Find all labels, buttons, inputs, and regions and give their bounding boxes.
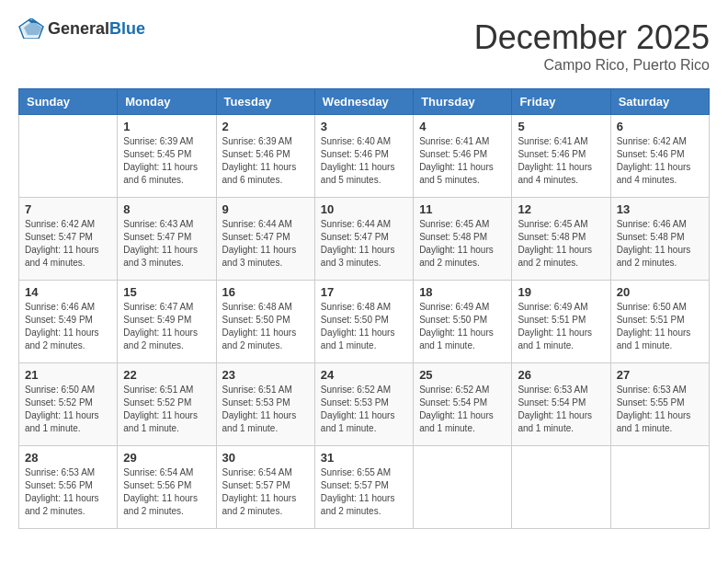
- weekday-header-monday: Monday: [118, 89, 216, 115]
- calendar-cell: 4Sunrise: 6:41 AM Sunset: 5:46 PM Daylig…: [414, 115, 512, 198]
- calendar-cell: 3Sunrise: 6:40 AM Sunset: 5:46 PM Daylig…: [314, 115, 413, 198]
- day-info: Sunrise: 6:42 AM Sunset: 5:46 PM Dayligh…: [617, 135, 703, 187]
- page-header: General Blue December 2025 Campo Rico, P…: [18, 18, 710, 74]
- calendar-cell: 8Sunrise: 6:43 AM Sunset: 5:47 PM Daylig…: [118, 198, 216, 281]
- calendar-cell: 26Sunrise: 6:53 AM Sunset: 5:54 PM Dayli…: [512, 363, 610, 446]
- day-info: Sunrise: 6:54 AM Sunset: 5:56 PM Dayligh…: [123, 466, 210, 518]
- calendar-cell: 11Sunrise: 6:45 AM Sunset: 5:48 PM Dayli…: [414, 198, 512, 281]
- calendar-cell: 31Sunrise: 6:55 AM Sunset: 5:57 PM Dayli…: [314, 446, 413, 529]
- day-number: 28: [25, 451, 111, 465]
- calendar-cell: [414, 446, 512, 529]
- calendar-cell: 21Sunrise: 6:50 AM Sunset: 5:52 PM Dayli…: [19, 363, 118, 446]
- calendar-cell: 23Sunrise: 6:51 AM Sunset: 5:53 PM Dayli…: [216, 363, 314, 446]
- calendar-week-row: 7Sunrise: 6:42 AM Sunset: 5:47 PM Daylig…: [19, 198, 710, 281]
- calendar-cell: 14Sunrise: 6:46 AM Sunset: 5:49 PM Dayli…: [19, 281, 118, 363]
- day-number: 18: [419, 285, 506, 299]
- day-info: Sunrise: 6:52 AM Sunset: 5:54 PM Dayligh…: [419, 384, 506, 435]
- day-info: Sunrise: 6:51 AM Sunset: 5:52 PM Dayligh…: [123, 384, 210, 435]
- calendar-cell: 27Sunrise: 6:53 AM Sunset: 5:55 PM Dayli…: [610, 363, 709, 446]
- day-number: 10: [321, 202, 407, 216]
- day-info: Sunrise: 6:51 AM Sunset: 5:53 PM Dayligh…: [222, 384, 309, 435]
- day-number: 17: [321, 285, 407, 299]
- day-number: 23: [222, 368, 309, 382]
- calendar-cell: 10Sunrise: 6:44 AM Sunset: 5:47 PM Dayli…: [314, 198, 413, 281]
- calendar-cell: 30Sunrise: 6:54 AM Sunset: 5:57 PM Dayli…: [216, 446, 314, 529]
- calendar-cell: 9Sunrise: 6:44 AM Sunset: 5:47 PM Daylig…: [216, 198, 314, 281]
- day-info: Sunrise: 6:41 AM Sunset: 5:46 PM Dayligh…: [419, 135, 506, 187]
- calendar-cell: 13Sunrise: 6:46 AM Sunset: 5:48 PM Dayli…: [610, 198, 709, 281]
- day-info: Sunrise: 6:42 AM Sunset: 5:47 PM Dayligh…: [25, 218, 111, 270]
- day-number: 16: [222, 285, 309, 299]
- day-number: 12: [518, 202, 604, 216]
- day-number: 13: [617, 202, 703, 216]
- day-info: Sunrise: 6:46 AM Sunset: 5:48 PM Dayligh…: [617, 218, 703, 270]
- weekday-header-wednesday: Wednesday: [314, 89, 413, 115]
- day-info: Sunrise: 6:53 AM Sunset: 5:56 PM Dayligh…: [25, 466, 111, 518]
- day-number: 2: [222, 120, 309, 133]
- calendar-cell: [19, 115, 118, 198]
- day-info: Sunrise: 6:48 AM Sunset: 5:50 PM Dayligh…: [321, 301, 407, 352]
- day-number: 4: [419, 120, 506, 133]
- calendar-cell: 24Sunrise: 6:52 AM Sunset: 5:53 PM Dayli…: [314, 363, 413, 446]
- day-number: 31: [321, 451, 407, 465]
- day-info: Sunrise: 6:47 AM Sunset: 5:49 PM Dayligh…: [123, 301, 210, 352]
- day-number: 21: [25, 368, 111, 382]
- day-number: 19: [518, 285, 604, 299]
- day-number: 1: [123, 120, 210, 133]
- day-number: 29: [123, 451, 210, 465]
- day-info: Sunrise: 6:52 AM Sunset: 5:53 PM Dayligh…: [321, 384, 407, 435]
- day-number: 25: [419, 368, 506, 382]
- day-info: Sunrise: 6:44 AM Sunset: 5:47 PM Dayligh…: [222, 218, 309, 270]
- calendar-week-row: 14Sunrise: 6:46 AM Sunset: 5:49 PM Dayli…: [19, 281, 710, 363]
- calendar-cell: 15Sunrise: 6:47 AM Sunset: 5:49 PM Dayli…: [118, 281, 216, 363]
- day-number: 8: [123, 202, 210, 216]
- weekday-header-row: SundayMondayTuesdayWednesdayThursdayFrid…: [19, 89, 710, 115]
- weekday-header-sunday: Sunday: [19, 89, 118, 115]
- calendar-cell: 22Sunrise: 6:51 AM Sunset: 5:52 PM Dayli…: [118, 363, 216, 446]
- day-number: 20: [617, 285, 703, 299]
- day-info: Sunrise: 6:41 AM Sunset: 5:46 PM Dayligh…: [518, 135, 604, 187]
- logo-blue: Blue: [109, 19, 145, 39]
- calendar-cell: 5Sunrise: 6:41 AM Sunset: 5:46 PM Daylig…: [512, 115, 610, 198]
- day-info: Sunrise: 6:48 AM Sunset: 5:50 PM Dayligh…: [222, 301, 309, 352]
- day-number: 5: [518, 120, 604, 133]
- calendar-cell: 17Sunrise: 6:48 AM Sunset: 5:50 PM Dayli…: [314, 281, 413, 363]
- day-number: 9: [222, 202, 309, 216]
- day-number: 14: [25, 285, 111, 299]
- day-info: Sunrise: 6:45 AM Sunset: 5:48 PM Dayligh…: [518, 218, 604, 270]
- day-info: Sunrise: 6:55 AM Sunset: 5:57 PM Dayligh…: [321, 466, 407, 518]
- weekday-header-friday: Friday: [512, 89, 610, 115]
- day-info: Sunrise: 6:39 AM Sunset: 5:45 PM Dayligh…: [123, 135, 210, 187]
- day-number: 30: [222, 451, 309, 465]
- day-number: 22: [123, 368, 210, 382]
- day-info: Sunrise: 6:39 AM Sunset: 5:46 PM Dayligh…: [222, 135, 309, 187]
- calendar-table: SundayMondayTuesdayWednesdayThursdayFrid…: [18, 88, 710, 529]
- day-number: 24: [321, 368, 407, 382]
- calendar-cell: [610, 446, 709, 529]
- weekday-header-tuesday: Tuesday: [216, 89, 314, 115]
- day-info: Sunrise: 6:49 AM Sunset: 5:51 PM Dayligh…: [518, 301, 604, 352]
- calendar-cell: 12Sunrise: 6:45 AM Sunset: 5:48 PM Dayli…: [512, 198, 610, 281]
- day-number: 3: [321, 120, 407, 133]
- calendar-week-row: 28Sunrise: 6:53 AM Sunset: 5:56 PM Dayli…: [19, 446, 710, 529]
- logo-text: General Blue: [48, 19, 145, 39]
- calendar-cell: 18Sunrise: 6:49 AM Sunset: 5:50 PM Dayli…: [414, 281, 512, 363]
- calendar-cell: 7Sunrise: 6:42 AM Sunset: 5:47 PM Daylig…: [19, 198, 118, 281]
- calendar-cell: 2Sunrise: 6:39 AM Sunset: 5:46 PM Daylig…: [216, 115, 314, 198]
- day-info: Sunrise: 6:54 AM Sunset: 5:57 PM Dayligh…: [222, 466, 309, 518]
- calendar-cell: [512, 446, 610, 529]
- day-info: Sunrise: 6:43 AM Sunset: 5:47 PM Dayligh…: [123, 218, 210, 270]
- logo-general: General: [48, 19, 109, 39]
- calendar-cell: 28Sunrise: 6:53 AM Sunset: 5:56 PM Dayli…: [19, 446, 118, 529]
- calendar-week-row: 21Sunrise: 6:50 AM Sunset: 5:52 PM Dayli…: [19, 363, 710, 446]
- day-info: Sunrise: 6:53 AM Sunset: 5:54 PM Dayligh…: [518, 384, 604, 435]
- calendar-cell: 20Sunrise: 6:50 AM Sunset: 5:51 PM Dayli…: [610, 281, 709, 363]
- day-info: Sunrise: 6:49 AM Sunset: 5:50 PM Dayligh…: [419, 301, 506, 352]
- day-info: Sunrise: 6:50 AM Sunset: 5:51 PM Dayligh…: [617, 301, 703, 352]
- day-number: 11: [419, 202, 506, 216]
- day-info: Sunrise: 6:45 AM Sunset: 5:48 PM Dayligh…: [419, 218, 506, 270]
- day-info: Sunrise: 6:40 AM Sunset: 5:46 PM Dayligh…: [321, 135, 407, 187]
- calendar-cell: 29Sunrise: 6:54 AM Sunset: 5:56 PM Dayli…: [118, 446, 216, 529]
- calendar-cell: 25Sunrise: 6:52 AM Sunset: 5:54 PM Dayli…: [414, 363, 512, 446]
- day-number: 26: [518, 368, 604, 382]
